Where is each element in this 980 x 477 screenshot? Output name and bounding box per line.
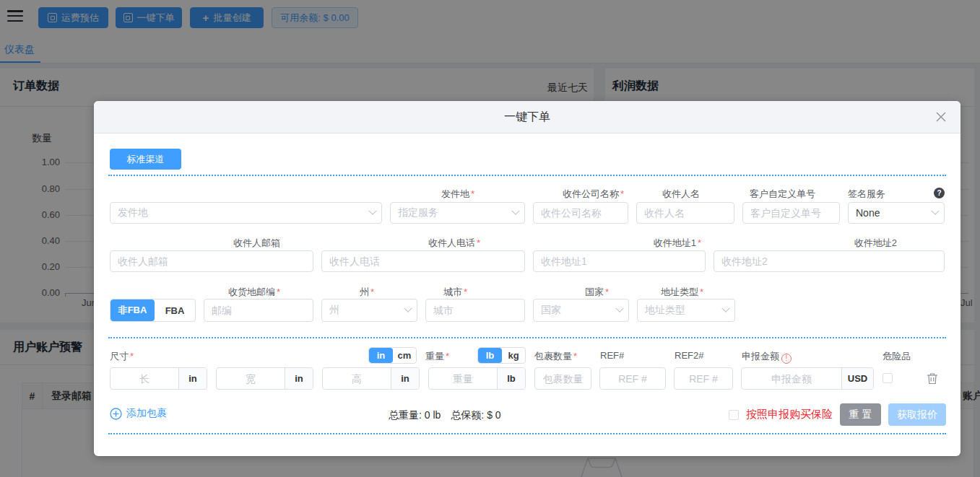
- width-input[interactable]: [217, 368, 285, 389]
- length-field: in: [110, 367, 207, 390]
- dashed-divider: [108, 175, 946, 176]
- form-field-row-2: [110, 250, 945, 272]
- weight-unit-toggle: lb kg: [477, 347, 526, 364]
- width-field: in: [216, 367, 313, 390]
- length-unit: in: [178, 368, 207, 389]
- height-input[interactable]: [323, 368, 391, 389]
- recipient-name-label: 收件人名: [662, 188, 700, 199]
- declared-amount-field: USD: [741, 367, 874, 390]
- width-unit: in: [285, 368, 313, 389]
- city-label: 城市: [443, 286, 462, 297]
- currency-unit: USD: [841, 368, 873, 389]
- trash-icon[interactable]: [927, 372, 938, 385]
- address-type-label: 地址类型: [661, 286, 698, 297]
- total-weight: 总重量: 0 lb: [389, 409, 441, 422]
- phone-input[interactable]: [321, 250, 525, 272]
- length-input[interactable]: [110, 368, 178, 389]
- weight-label: 重量: [425, 351, 444, 362]
- chevron-down-icon: [511, 207, 519, 215]
- non-fba-option[interactable]: 非FBA: [110, 299, 155, 321]
- totals: 总重量: 0 lb 总保额: $ 0: [389, 409, 501, 422]
- form-label-row-3: 收货地邮编* 州* 城市* 国家* 地址类型*: [110, 286, 945, 299]
- email-label: 收件人邮箱: [233, 237, 280, 248]
- chevron-down-icon: [721, 305, 729, 312]
- service-select[interactable]: 指定服务: [390, 202, 525, 224]
- state-label: 州: [360, 286, 369, 297]
- insurance-label: 按照申报购买保险: [746, 408, 833, 421]
- footer-actions: 按照申报购买保险 重置 获取报价: [729, 403, 946, 426]
- total-insurance: 总保额: $ 0: [451, 409, 500, 422]
- one-click-order-modal: 一键下单 标准渠道 发件地* 收件公司名称* 收件人名 客户自定义单号 签名服务…: [94, 101, 961, 456]
- custom-order-no-label: 客户自定义单号: [750, 188, 815, 199]
- qty-label: 包裹数量: [534, 351, 572, 362]
- country-label: 国家: [585, 286, 604, 297]
- company-label: 收件公司名称: [563, 188, 619, 199]
- close-icon[interactable]: [935, 110, 948, 123]
- fba-toggle: 非FBA FBA: [110, 299, 196, 322]
- weight-unit: lb: [497, 368, 525, 389]
- address2-label: 收件地址2: [854, 237, 897, 248]
- city-input[interactable]: [425, 299, 525, 322]
- ref-input[interactable]: [599, 367, 666, 390]
- weight-input[interactable]: [429, 368, 497, 389]
- ref2-input[interactable]: [674, 367, 733, 390]
- dangerous-goods-label: 危险品: [883, 350, 911, 363]
- origin-select[interactable]: 发件地: [110, 202, 382, 224]
- country-select[interactable]: 国家: [533, 299, 629, 322]
- circle-plus-icon: [110, 408, 122, 420]
- phone-label: 收件人电话: [428, 237, 475, 248]
- ref-label: REF#: [600, 350, 624, 361]
- help-question-icon[interactable]: ?: [934, 188, 945, 198]
- unit-lb-option[interactable]: lb: [478, 348, 502, 363]
- package-field-row: in in in lb USD: [94, 367, 961, 390]
- chevron-down-icon: [404, 305, 412, 312]
- form-label-row-1: 发件地* 收件公司名称* 收件人名 客户自定义单号 签名服务 ?: [110, 188, 945, 201]
- qty-input[interactable]: [534, 367, 591, 390]
- company-input[interactable]: [533, 202, 628, 224]
- unit-cm-option[interactable]: cm: [393, 348, 416, 363]
- address-type-select[interactable]: 地址类型: [637, 299, 735, 322]
- address1-label: 收件地址1: [654, 237, 696, 248]
- unit-kg-option[interactable]: kg: [502, 348, 525, 363]
- origin-label: 发件地: [441, 188, 469, 199]
- size-label: 尺寸: [110, 351, 129, 362]
- form-label-row-2: 收件人邮箱 收件人电话* 收件地址1* 收件地址2: [110, 237, 945, 250]
- height-field: in: [322, 367, 420, 390]
- unit-in-option[interactable]: in: [369, 348, 393, 363]
- chevron-down-icon: [931, 207, 939, 215]
- fba-option[interactable]: FBA: [155, 299, 195, 321]
- email-input[interactable]: [110, 250, 313, 272]
- insurance-checkbox[interactable]: [729, 410, 739, 420]
- dangerous-goods-checkbox[interactable]: [883, 373, 893, 383]
- height-unit: in: [391, 368, 419, 389]
- form-field-row-1: 发件地 指定服务 None: [110, 202, 945, 224]
- reset-button[interactable]: 重置: [840, 403, 881, 426]
- dimension-unit-toggle: in cm: [368, 347, 417, 364]
- dashed-divider: [108, 433, 946, 434]
- form-field-row-3: 非FBA FBA 州 国家 地址类型: [110, 299, 735, 322]
- get-quote-button[interactable]: 获取报价: [888, 403, 946, 426]
- declared-amount-label: 申报金额: [742, 351, 779, 362]
- info-icon[interactable]: !: [781, 354, 792, 364]
- address1-input[interactable]: [533, 250, 706, 272]
- signature-service-label: 签名服务: [848, 188, 885, 201]
- add-package-link[interactable]: 添加包裹: [110, 407, 167, 420]
- modal-header: 一键下单: [94, 101, 961, 134]
- modal-title: 一键下单: [504, 110, 550, 125]
- standard-channel-button[interactable]: 标准渠道: [110, 149, 181, 170]
- chevron-down-icon: [368, 207, 376, 215]
- zip-label: 收货地邮编: [228, 286, 275, 297]
- zip-input[interactable]: [204, 299, 313, 322]
- signature-service-select[interactable]: None: [848, 202, 945, 224]
- state-select[interactable]: 州: [321, 299, 417, 322]
- weight-field: lb: [428, 367, 526, 390]
- custom-order-no-input[interactable]: [742, 202, 840, 224]
- chevron-down-icon: [615, 305, 623, 312]
- package-label-row: 尺寸* in cm 重量* lb kg 包裹数量* REF# REF2# 申报金…: [94, 347, 961, 364]
- dashed-divider: [108, 337, 946, 338]
- recipient-name-input[interactable]: [636, 202, 734, 224]
- declared-amount-input[interactable]: [742, 368, 841, 389]
- ref2-label: REF2#: [675, 350, 703, 361]
- address2-input[interactable]: [714, 250, 945, 272]
